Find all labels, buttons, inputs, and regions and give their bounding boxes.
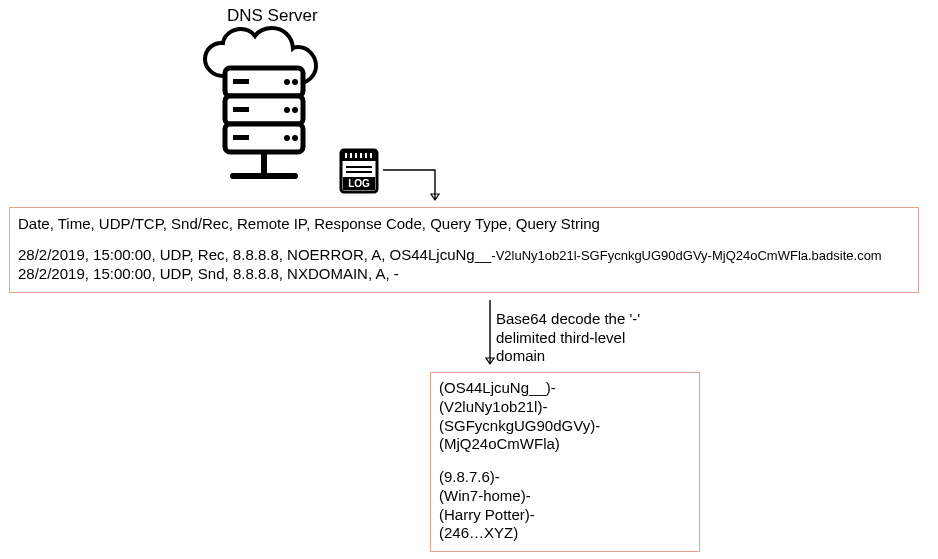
svg-rect-3 [233,79,249,84]
diagram-canvas: DNS Server [0,0,938,559]
decode-arrow-label-2a: delimited third-level [496,329,625,346]
log-entry-1: 28/2/2019, 15:00:00, UDP, Snd, 8.8.8.8, … [18,265,910,284]
decoded-box: (OS44LjcuNg__)- (V2luNy1ob21l)- (SGFycnk… [430,372,700,552]
arrow-log-to-logbox [380,160,454,210]
log-entry-0-query: -V2luNy1ob21l-SGFycnkgUG90dGVy-MjQ24oCmW… [491,248,881,263]
svg-rect-5 [233,135,249,140]
decoded-part-3: (246…XYZ) [439,524,691,543]
svg-point-7 [292,79,298,85]
encoded-part-1: (V2luNy1ob21l)- [439,398,691,417]
decoded-part-1: (Win7-home)- [439,487,691,506]
dns-server-icon [195,26,355,194]
svg-point-10 [284,135,290,141]
log-header: Date, Time, UDP/TCP, Snd/Rec, Remote IP,… [18,215,910,234]
log-entry-1-prefix: 28/2/2019, 15:00:00, UDP, Snd, 8.8.8.8, … [18,265,399,282]
encoded-part-3: (MjQ24oCmWFla) [439,435,691,454]
encoded-part-0: (OS44LjcuNg__)- [439,379,691,398]
decoded-part-2: (Harry Potter)- [439,506,691,525]
decode-arrow-label-1: Base64 decode the '-' [496,310,640,328]
svg-point-6 [284,79,290,85]
decode-arrow-label-2: delimited third-level domain [496,329,625,365]
svg-point-8 [284,107,290,113]
svg-point-9 [292,107,298,113]
svg-point-11 [292,135,298,141]
decode-arrow-label-2b: domain [496,347,545,364]
log-entry-0: 28/2/2019, 15:00:00, UDP, Rec, 8.8.8.8, … [18,246,910,265]
decoded-part-0: (9.8.7.6)- [439,468,691,487]
dns-server-title: DNS Server [227,6,318,26]
svg-text:LOG: LOG [348,178,370,189]
log-entry-0-prefix: 28/2/2019, 15:00:00, UDP, Rec, 8.8.8.8, … [18,246,491,263]
svg-rect-4 [233,107,249,112]
log-file-icon: LOG [338,147,380,198]
dns-log-box: Date, Time, UDP/TCP, Snd/Rec, Remote IP,… [9,207,919,293]
encoded-part-2: (SGFycnkgUG90dGVy)- [439,417,691,436]
